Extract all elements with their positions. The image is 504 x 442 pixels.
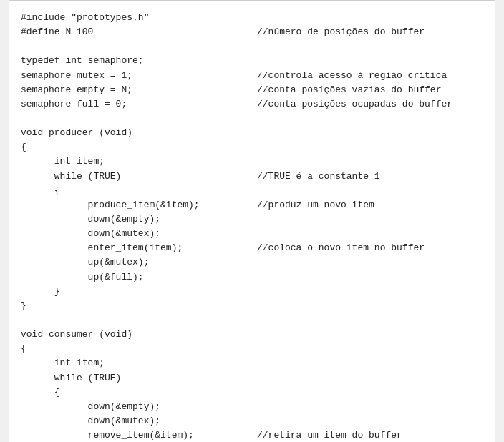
code-text: up(&mutex);: [21, 255, 257, 270]
code-text: enter_item(item);: [21, 241, 257, 255]
code-text: semaphore full = 0;: [21, 97, 257, 112]
code-line: {: [21, 140, 483, 154]
code-comment: //conta posições vazias do buffer: [257, 83, 441, 97]
code-text: while (TRUE): [21, 170, 257, 184]
code-text: produce_item(&item);: [21, 198, 257, 212]
code-text: {: [21, 184, 257, 198]
code-line: up(&mutex);: [21, 255, 483, 270]
code-text: int item;: [21, 154, 257, 169]
code-line: [21, 112, 483, 126]
code-line: int item;: [21, 356, 483, 370]
code-text: down(&empty);: [21, 400, 257, 414]
code-line: semaphore mutex = 1;//controla acesso à …: [21, 69, 483, 83]
code-line: down(&empty);: [21, 400, 483, 414]
code-line: semaphore empty = N;//conta posições vaz…: [21, 83, 483, 97]
code-line: {: [21, 385, 483, 400]
code-text: down(&empty);: [21, 212, 257, 227]
code-line: down(&mutex);: [21, 227, 483, 241]
code-text: semaphore empty = N;: [21, 83, 257, 97]
code-text: up(&full);: [21, 270, 257, 285]
code-line: remove_item(&item);//retira um item do b…: [21, 428, 483, 442]
code-line: }: [21, 299, 483, 313]
code-line: #include "prototypes.h": [21, 11, 483, 25]
code-line: while (TRUE): [21, 371, 483, 385]
code-line: [21, 39, 483, 54]
code-text: typedef int semaphore;: [21, 54, 257, 68]
code-line: int item;: [21, 154, 483, 169]
code-line: void consumer (void): [21, 328, 483, 342]
code-text: {: [21, 342, 257, 356]
code-text: #define N 100: [21, 25, 257, 39]
code-block: #include "prototypes.h"#define N 100//nú…: [9, 0, 495, 442]
code-text: {: [21, 140, 257, 154]
code-line: down(&mutex);: [21, 414, 483, 428]
code-text: semaphore mutex = 1;: [21, 69, 257, 83]
code-line: void producer (void): [21, 126, 483, 140]
code-text: }: [21, 299, 257, 313]
code-line: #define N 100//número de posições do buf…: [21, 25, 483, 39]
code-comment: //produz um novo item: [257, 198, 374, 212]
code-text: while (TRUE): [21, 371, 257, 385]
code-text: down(&mutex);: [21, 414, 257, 428]
code-line: [21, 313, 483, 328]
code-text: remove_item(&item);: [21, 428, 257, 442]
code-line: while (TRUE)//TRUE é a constante 1: [21, 170, 483, 184]
code-text: void consumer (void): [21, 328, 257, 342]
code-comment: //coloca o novo item no buffer: [257, 241, 425, 255]
code-text: void producer (void): [21, 126, 257, 140]
code-comment: //número de posições do buffer: [257, 25, 425, 39]
code-text: }: [21, 285, 257, 299]
code-line: enter_item(item);//coloca o novo item no…: [21, 241, 483, 255]
code-text: down(&mutex);: [21, 227, 257, 241]
code-text: int item;: [21, 356, 257, 370]
code-line: up(&full);: [21, 270, 483, 285]
code-comment: //conta posições ocupadas do buffer: [257, 97, 452, 112]
code-line: typedef int semaphore;: [21, 54, 483, 68]
code-line: produce_item(&item);//produz um novo ite…: [21, 198, 483, 212]
code-line: {: [21, 342, 483, 356]
code-comment: //TRUE é a constante 1: [257, 170, 380, 184]
code-line: semaphore full = 0;//conta posições ocup…: [21, 97, 483, 112]
code-line: }: [21, 285, 483, 299]
code-text: {: [21, 385, 257, 400]
code-comment: //retira um item do buffer: [257, 428, 402, 442]
code-comment: //controla acesso à região crítica: [257, 69, 447, 83]
code-line: {: [21, 184, 483, 198]
code-line: down(&empty);: [21, 212, 483, 227]
code-text: #include "prototypes.h": [21, 11, 257, 25]
